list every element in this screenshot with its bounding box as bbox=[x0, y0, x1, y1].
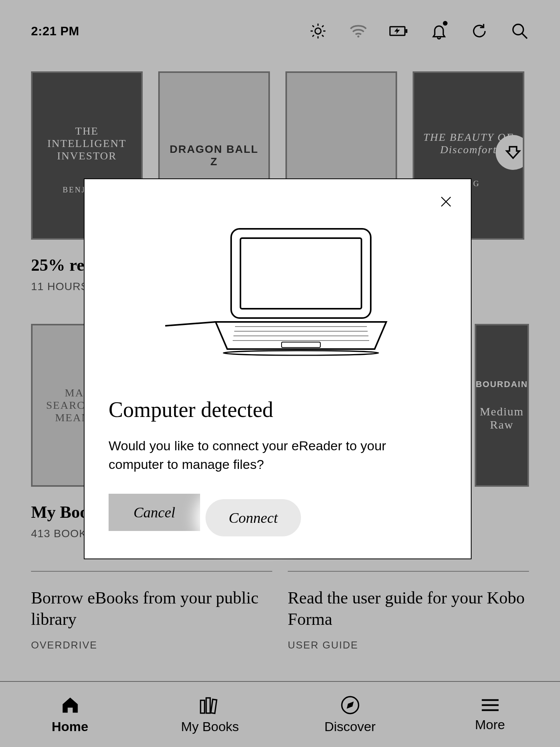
home-icon bbox=[60, 695, 81, 715]
tab-label: Discover bbox=[324, 719, 375, 734]
svg-line-6 bbox=[322, 35, 323, 36]
svg-line-7 bbox=[313, 35, 314, 36]
tab-label: Home bbox=[52, 719, 88, 734]
svg-rect-26 bbox=[240, 238, 361, 309]
tab-discover[interactable]: Discover bbox=[280, 682, 420, 747]
svg-point-0 bbox=[315, 28, 321, 34]
svg-line-8 bbox=[322, 26, 323, 27]
brightness-icon[interactable] bbox=[309, 22, 327, 40]
status-icons bbox=[309, 22, 529, 40]
book-subtitle: Medium Raw bbox=[475, 397, 529, 439]
card-subtitle: OVERDRIVE bbox=[31, 639, 272, 651]
svg-line-14 bbox=[522, 33, 527, 38]
dialog-body: Would you like to connect your eReader t… bbox=[109, 437, 427, 474]
sync-icon[interactable] bbox=[470, 22, 489, 40]
svg-rect-16 bbox=[206, 698, 210, 713]
search-icon[interactable] bbox=[510, 22, 529, 40]
svg-line-27 bbox=[165, 322, 216, 326]
wifi-icon[interactable] bbox=[349, 22, 368, 40]
notification-bell-icon[interactable] bbox=[430, 22, 448, 40]
dialog-title: Computer detected bbox=[109, 397, 447, 422]
dialog-actions: Cancel Connect bbox=[109, 494, 447, 542]
connect-button[interactable]: Connect bbox=[206, 499, 301, 536]
svg-line-5 bbox=[313, 26, 314, 27]
connect-button-highlight: Connect bbox=[200, 494, 306, 542]
tab-more[interactable]: More bbox=[420, 682, 560, 747]
download-icon[interactable] bbox=[496, 135, 524, 170]
tab-label: My Books bbox=[181, 719, 239, 734]
book-title: THE INTELLIGENT INVESTOR bbox=[33, 117, 141, 170]
card-title: Borrow eBooks from your public library bbox=[31, 587, 272, 630]
computer-detected-dialog: Computer detected Would you like to conn… bbox=[84, 178, 472, 559]
home-screen: 2:21 PM THE bbox=[0, 0, 560, 747]
bottom-nav: Home My Books Discover More bbox=[0, 681, 560, 747]
svg-point-28 bbox=[223, 351, 379, 355]
books-icon bbox=[199, 695, 221, 715]
menu-icon bbox=[480, 697, 500, 713]
tab-label: More bbox=[475, 717, 505, 732]
compass-icon bbox=[340, 695, 360, 715]
svg-rect-17 bbox=[211, 699, 216, 713]
svg-marker-19 bbox=[347, 702, 353, 707]
card-subtitle: USER GUIDE bbox=[288, 639, 529, 651]
svg-rect-25 bbox=[231, 229, 371, 318]
book-title: BOURDAIN bbox=[475, 372, 529, 397]
user-guide-card[interactable]: Read the user guide for your Kobo Forma … bbox=[288, 571, 529, 651]
tab-home[interactable]: Home bbox=[0, 682, 140, 747]
book-cover[interactable]: BOURDAIN Medium Raw bbox=[475, 324, 529, 487]
tab-my-books[interactable]: My Books bbox=[140, 682, 280, 747]
book-title: DRAGON BALL Z bbox=[160, 135, 268, 176]
svg-marker-12 bbox=[394, 28, 400, 34]
svg-point-13 bbox=[513, 24, 524, 35]
cancel-button[interactable]: Cancel bbox=[109, 494, 200, 531]
info-cards: Borrow eBooks from your public library O… bbox=[31, 571, 529, 651]
svg-rect-11 bbox=[406, 29, 408, 33]
clock: 2:21 PM bbox=[31, 24, 79, 38]
svg-point-9 bbox=[357, 35, 359, 37]
battery-charging-icon bbox=[389, 22, 408, 40]
card-title: Read the user guide for your Kobo Forma bbox=[288, 587, 529, 630]
svg-rect-15 bbox=[200, 700, 204, 713]
overdrive-card[interactable]: Borrow eBooks from your public library O… bbox=[31, 571, 272, 651]
status-bar: 2:21 PM bbox=[0, 0, 560, 56]
close-icon[interactable] bbox=[437, 193, 455, 210]
svg-rect-33 bbox=[282, 342, 320, 348]
laptop-illustration bbox=[157, 225, 398, 358]
